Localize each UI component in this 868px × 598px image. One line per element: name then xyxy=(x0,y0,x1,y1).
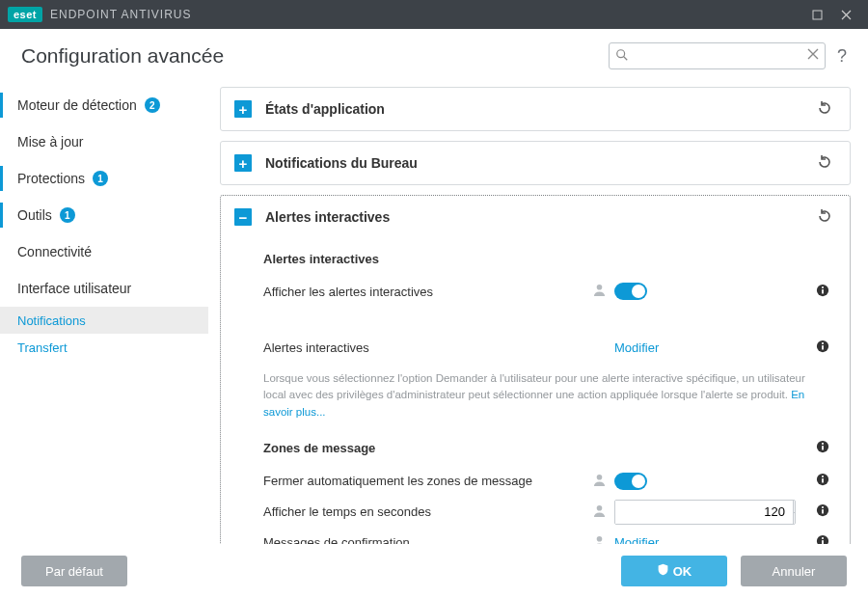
sidebar-item-label: Moteur de détection xyxy=(17,97,137,113)
svg-rect-15 xyxy=(822,478,824,482)
sidebar-subitem-notifications[interactable]: Notifications xyxy=(0,307,208,334)
button-label: OK xyxy=(673,564,692,579)
section-title: États d'application xyxy=(265,101,813,117)
search-input[interactable] xyxy=(609,42,826,69)
ok-button[interactable]: OK xyxy=(621,556,727,586)
close-icon xyxy=(841,10,852,20)
sidebar-subitem-transfer[interactable]: Transfert xyxy=(0,334,208,361)
toggle-show-interactive-alerts[interactable] xyxy=(614,283,647,300)
expand-icon: + xyxy=(234,100,252,118)
info-button[interactable] xyxy=(815,440,830,456)
reset-section-button[interactable] xyxy=(813,204,836,231)
info-icon xyxy=(816,503,829,517)
svg-rect-5 xyxy=(822,289,824,293)
svg-rect-8 xyxy=(822,345,824,349)
help-button[interactable]: ? xyxy=(837,46,847,67)
search-icon xyxy=(615,48,629,65)
svg-point-13 xyxy=(597,475,603,480)
svg-point-17 xyxy=(597,505,603,511)
setting-display-time-seconds: Afficher le temps en secondes xyxy=(263,497,830,528)
count-badge: 1 xyxy=(93,171,108,186)
section-header-app-states[interactable]: + États d'application xyxy=(221,88,850,130)
default-button[interactable]: Par défaut xyxy=(21,556,127,586)
sidebar-item-user-interface[interactable]: Interface utilisateur xyxy=(0,270,208,307)
sidebar-item-label: Transfert xyxy=(17,340,68,355)
svg-point-9 xyxy=(822,341,824,343)
window-close-button[interactable] xyxy=(831,0,860,29)
sidebar: Moteur de détection 2 Mise à jour Protec… xyxy=(0,83,208,565)
setting-show-interactive-alerts: Afficher les alertes interactives xyxy=(263,276,830,307)
svg-line-2 xyxy=(624,57,628,61)
reset-section-button[interactable] xyxy=(813,150,836,177)
section-header-interactive-alerts[interactable]: − Alertes interactives xyxy=(221,196,850,238)
sidebar-item-tools[interactable]: Outils 1 xyxy=(0,197,208,233)
subheading-interactive-alerts: Alertes interactives xyxy=(263,252,830,266)
svg-point-24 xyxy=(822,537,824,539)
info-icon xyxy=(816,340,829,353)
info-button[interactable] xyxy=(815,473,830,489)
setting-label: Fermer automatiquement les zones de mess… xyxy=(263,474,592,488)
main-panel: + États d'application + Notifications du… xyxy=(208,83,868,565)
collapse-icon: − xyxy=(234,208,252,226)
section-title: Alertes interactives xyxy=(265,209,813,225)
svg-rect-19 xyxy=(822,509,824,513)
svg-point-21 xyxy=(597,536,603,542)
svg-rect-0 xyxy=(813,11,822,19)
section-interactive-alerts: − Alertes interactives Alertes interacti… xyxy=(220,195,851,565)
svg-point-16 xyxy=(822,476,824,477)
sidebar-item-label: Interface utilisateur xyxy=(17,281,131,296)
section-desktop-notifications: + Notifications du Bureau xyxy=(220,141,851,185)
info-button[interactable] xyxy=(815,284,830,300)
sidebar-item-label: Connectivité xyxy=(17,244,92,259)
product-name: ENDPOINT ANTIVIRUS xyxy=(50,8,191,21)
time-seconds-spinner xyxy=(614,500,796,525)
setting-auto-close-message-boxes: Fermer automatiquement les zones de mess… xyxy=(263,466,830,497)
footer: Par défaut OK Annuler xyxy=(0,544,868,598)
svg-rect-11 xyxy=(822,446,824,449)
person-icon xyxy=(592,283,607,297)
spinner-up-button[interactable] xyxy=(794,501,796,512)
sidebar-item-detection-engine[interactable]: Moteur de détection 2 xyxy=(0,87,208,123)
toggle-auto-close[interactable] xyxy=(614,473,647,490)
count-badge: 1 xyxy=(60,207,75,223)
info-button[interactable] xyxy=(815,503,830,520)
person-icon xyxy=(592,473,607,487)
svg-point-20 xyxy=(822,506,824,508)
info-button[interactable] xyxy=(815,340,830,356)
undo-icon xyxy=(817,208,832,224)
spinner-down-button[interactable] xyxy=(794,512,796,524)
svg-point-3 xyxy=(597,285,603,290)
brand-logo: eset xyxy=(8,7,42,22)
interactive-alerts-description: Lorsque vous sélectionnez l'option Deman… xyxy=(263,370,830,421)
undo-icon xyxy=(817,154,832,170)
description-text: Lorsque vous sélectionnez l'option Deman… xyxy=(263,372,805,400)
section-title: Notifications du Bureau xyxy=(265,155,813,171)
shield-icon xyxy=(657,563,669,579)
expand-icon: + xyxy=(234,154,252,172)
sidebar-item-update[interactable]: Mise à jour xyxy=(0,123,208,160)
section-header-desktop-notifications[interactable]: + Notifications du Bureau xyxy=(221,142,850,184)
sidebar-item-label: Outils xyxy=(17,207,52,223)
sidebar-item-connectivity[interactable]: Connectivité xyxy=(0,233,208,270)
info-icon xyxy=(816,284,829,297)
cancel-button[interactable]: Annuler xyxy=(741,556,847,586)
titlebar: eset ENDPOINT ANTIVIRUS xyxy=(0,0,868,29)
setting-interactive-alerts-edit: Alertes interactives Modifier xyxy=(263,332,830,363)
svg-point-12 xyxy=(822,443,824,445)
reset-section-button[interactable] xyxy=(813,96,836,122)
svg-point-1 xyxy=(617,50,625,58)
x-icon xyxy=(807,48,819,60)
person-icon xyxy=(592,503,607,518)
button-label: Annuler xyxy=(773,564,816,579)
window-maximize-button[interactable] xyxy=(802,0,831,29)
info-icon xyxy=(816,473,829,486)
sidebar-item-protections[interactable]: Protections 1 xyxy=(0,160,208,197)
clear-search-button[interactable] xyxy=(807,48,819,63)
button-label: Par défaut xyxy=(45,564,103,579)
count-badge: 2 xyxy=(145,97,160,113)
time-seconds-input[interactable] xyxy=(615,501,793,524)
edit-alerts-link[interactable]: Modifier xyxy=(614,340,659,355)
search-field-wrap xyxy=(609,42,826,69)
subheading-label: Zones de message xyxy=(263,441,375,455)
section-app-states: + États d'application xyxy=(220,87,851,131)
